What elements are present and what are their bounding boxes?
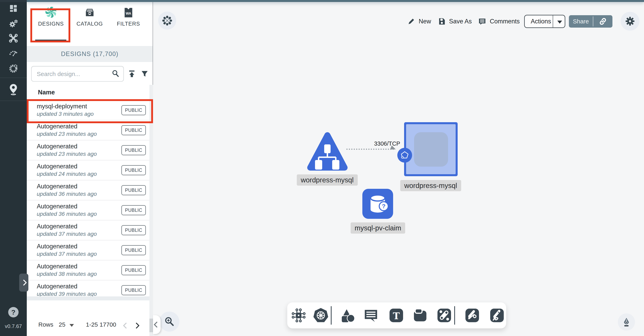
panel-collapse-button[interactable]: [153, 315, 160, 334]
visibility-badge: PUBLIC: [122, 205, 146, 215]
edge-port-label: 3306/TCP: [374, 140, 400, 147]
dropdown-caret-icon[interactable]: [557, 21, 562, 24]
design-list-item[interactable]: Autogenerated updated 23 minutes ago PUB…: [27, 140, 152, 160]
header-divider: [27, 100, 152, 100]
chevron-left-icon: [123, 322, 129, 328]
page-size-caret-icon[interactable]: [70, 324, 74, 327]
text-tool[interactable]: T: [389, 308, 404, 323]
whiteboard-pen-button[interactable]: [618, 313, 635, 330]
save-as-button-label: Save As: [449, 18, 472, 25]
node-label-service[interactable]: wordpress-mysql: [400, 180, 461, 191]
design-updated-time: updated 23 minutes ago: [37, 131, 97, 137]
design-updated-time: updated 37 minutes ago: [37, 231, 97, 237]
kubernetes-tool[interactable]: [313, 307, 329, 323]
database-cylinder-icon: [362, 189, 393, 219]
design-list-item[interactable]: Autogenerated updated 24 minutes ago PUB…: [27, 160, 152, 181]
design-list-item[interactable]: Autogenerated updated 36 minutes ago PUB…: [27, 200, 152, 220]
design-list-item[interactable]: Autogenerated updated 37 minutes ago PUB…: [27, 240, 152, 260]
help-button[interactable]: ?: [8, 307, 18, 317]
dashboard-icon[interactable]: [8, 4, 18, 14]
copy-link-button[interactable]: [593, 15, 612, 28]
design-list-item[interactable]: Autogenerated updated 23 minutes ago PUB…: [27, 120, 152, 140]
zoom-in-button[interactable]: [160, 312, 180, 331]
actions-button[interactable]: Actions: [524, 15, 565, 28]
crossed-wrenches-icon[interactable]: [8, 33, 18, 44]
map-pin-icon[interactable]: [8, 83, 19, 96]
page-size-select[interactable]: 25: [59, 321, 65, 328]
settings-button[interactable]: [621, 12, 640, 31]
node-label-deployment[interactable]: wordpress-mysql: [297, 175, 358, 186]
filter-funnel-icon[interactable]: [140, 69, 149, 79]
pentagon-icon: [400, 150, 410, 160]
search-input[interactable]: [36, 68, 109, 80]
freehand-draw-tool[interactable]: [490, 308, 504, 323]
chevron-right-icon: [133, 322, 140, 328]
save-as-button[interactable]: Save As: [438, 15, 472, 28]
gears-icon[interactable]: [8, 19, 18, 30]
mesh-sync-icon: [162, 15, 173, 26]
mesh-sync-button[interactable]: [158, 12, 176, 30]
design-name: Autogenerated: [37, 283, 77, 290]
page-range: 1-25 17700: [86, 321, 116, 328]
tab-filters-label: FILTERS: [110, 21, 148, 27]
floppy-save-icon: [438, 17, 446, 26]
design-updated-time: updated 37 minutes ago: [37, 251, 97, 257]
share-button[interactable]: Share: [569, 15, 612, 28]
panel-scrollbar-thumb[interactable]: [150, 319, 153, 332]
panel-scrollbar-track[interactable]: [150, 85, 153, 336]
search-box[interactable]: [31, 66, 124, 82]
frame-tool[interactable]: [413, 308, 428, 323]
kubernetes-icon: [313, 307, 329, 323]
new-button[interactable]: New: [407, 15, 431, 28]
previous-page-button[interactable]: [124, 322, 128, 329]
link-nodes-tool[interactable]: [437, 308, 452, 323]
question-mark-badge: ?: [379, 201, 389, 211]
tab-designs[interactable]: DESIGNS: [32, 5, 70, 27]
comment-icon: [363, 308, 379, 323]
design-list-item[interactable]: Autogenerated updated 36 minutes ago PUB…: [27, 181, 152, 200]
dock-divider: [331, 306, 332, 324]
tab-catalog-label: CATALOG: [71, 21, 109, 27]
upload-icon[interactable]: [128, 69, 136, 79]
visibility-badge: PUBLIC: [122, 185, 146, 195]
active-tab-underline: [35, 40, 66, 41]
next-page-button[interactable]: [134, 322, 139, 329]
pen-nib-icon: [622, 317, 632, 327]
mesh-ring-icon[interactable]: [8, 63, 18, 74]
design-canvas[interactable]: New Save As Comments Actions: [153, 0, 644, 336]
shapes-tool[interactable]: [339, 308, 355, 323]
design-name: Autogenerated: [37, 203, 77, 210]
service-port-badge[interactable]: [397, 148, 412, 162]
pagination-bar: Rows 25 1-25 17700: [27, 312, 152, 336]
actions-split-divider: [553, 16, 553, 27]
edge-pen-tool[interactable]: [465, 308, 480, 323]
comments-button[interactable]: Comments: [478, 15, 520, 28]
designs-panel: DESIGNS CATALOG WA: [27, 0, 153, 336]
tab-catalog[interactable]: CATALOG: [71, 5, 109, 27]
design-list-item[interactable]: Autogenerated updated 37 minutes ago PUB…: [27, 220, 152, 240]
tab-designs-label: DESIGNS: [32, 21, 70, 27]
design-list-item[interactable]: Autogenerated updated 38 minutes ago PUB…: [27, 260, 152, 280]
search-icon: [111, 69, 120, 79]
link-chain-icon: [598, 17, 608, 26]
design-name: Autogenerated: [37, 143, 77, 150]
edge-deployment-service[interactable]: [346, 149, 394, 150]
sidebar-expand-button[interactable]: [19, 274, 28, 292]
gauge-icon[interactable]: [8, 48, 18, 58]
design-list-item[interactable]: mysql-deployment updated 3 minutes ago P…: [27, 100, 152, 120]
comment-tool[interactable]: [363, 308, 379, 323]
node-label-pvc[interactable]: mysql-pv-claim: [350, 222, 405, 234]
panel-header: DESIGNS (17,700): [27, 46, 152, 62]
gear-icon: [625, 16, 635, 26]
node-service[interactable]: [404, 122, 458, 176]
svg-text:WA: WA: [126, 12, 131, 16]
tab-filters[interactable]: WA FILTERS: [110, 5, 148, 27]
components-tool[interactable]: [291, 308, 306, 323]
text-tool-icon: T: [389, 308, 404, 323]
visibility-badge: PUBLIC: [122, 245, 146, 255]
comment-icon: [478, 17, 486, 26]
node-deployment[interactable]: [307, 132, 348, 171]
visibility-badge: PUBLIC: [122, 285, 146, 295]
chevron-right-icon: [20, 279, 27, 286]
node-pvc[interactable]: ?: [362, 189, 393, 219]
